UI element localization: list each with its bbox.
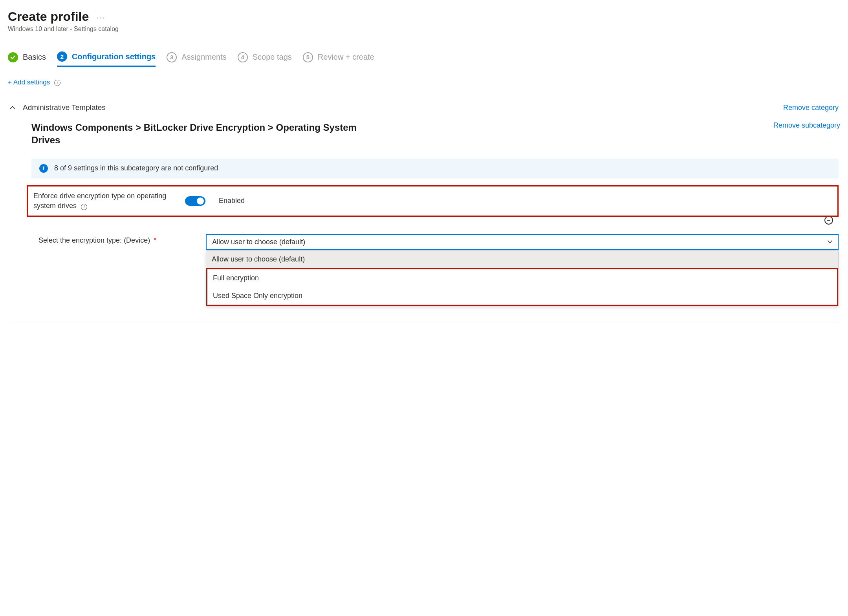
wizard-step-label: Review + create [318, 53, 374, 62]
select-value: Allow user to choose (default) [212, 238, 305, 246]
wizard-step-label: Basics [23, 53, 46, 62]
step-number-icon: 4 [238, 52, 248, 62]
info-icon[interactable]: i [54, 80, 60, 86]
page-subtitle: Windows 10 and later - Settings catalog [8, 26, 840, 33]
dropdown-option-full-encryption[interactable]: Full encryption [207, 269, 837, 287]
divider [8, 96, 840, 96]
category-name: Administrative Templates [23, 103, 106, 112]
wizard-step-configuration[interactable]: 2 Configuration settings [57, 51, 156, 67]
checkmark-icon [8, 52, 18, 62]
wizard-step-assignments[interactable]: 3 Assignments [167, 52, 227, 66]
setting-enforce-encryption-type: Enforce drive encryption type on operati… [27, 185, 839, 217]
divider [8, 322, 840, 322]
wizard-step-basics[interactable]: Basics [8, 52, 46, 66]
chevron-up-icon[interactable] [9, 104, 16, 111]
encryption-type-dropdown: Allow user to choose (default) Full encr… [206, 250, 839, 306]
step-number-icon: 2 [57, 51, 67, 62]
more-icon[interactable]: ··· [97, 11, 106, 22]
remove-setting-icon[interactable] [824, 216, 833, 225]
info-banner-text: 8 of 9 settings in this subcategory are … [54, 164, 218, 172]
info-icon[interactable]: i [81, 204, 87, 210]
encryption-type-select[interactable]: Allow user to choose (default) [206, 234, 839, 250]
wizard-step-label: Assignments [181, 53, 227, 62]
wizard-step-review[interactable]: 5 Review + create [303, 52, 374, 66]
remove-subcategory-link[interactable]: Remove subcategory [773, 121, 840, 130]
wizard-step-scope-tags[interactable]: 4 Scope tags [238, 52, 292, 66]
select-encryption-type-label: Select the encryption type: (Device) [38, 236, 150, 244]
wizard-step-label: Scope tags [253, 53, 292, 62]
dropdown-option-used-space-only[interactable]: Used Space Only encryption [207, 287, 837, 305]
step-number-icon: 3 [167, 52, 177, 62]
setting-toggle[interactable] [185, 196, 205, 206]
page-title: Create profile [8, 9, 89, 24]
step-number-icon: 5 [303, 52, 313, 62]
info-banner: i 8 of 9 settings in this subcategory ar… [31, 159, 839, 178]
setting-label: Enforce drive encryption type on operati… [33, 192, 166, 210]
subcategory-path: Windows Components > BitLocker Drive Enc… [31, 121, 377, 147]
info-icon: i [39, 164, 48, 173]
dropdown-option-allow-user[interactable]: Allow user to choose (default) [206, 250, 838, 268]
wizard-step-label: Configuration settings [72, 52, 156, 61]
remove-category-link[interactable]: Remove category [783, 104, 839, 112]
add-settings-link[interactable]: + Add settings [8, 79, 50, 86]
wizard-tabs: Basics 2 Configuration settings 3 Assign… [8, 51, 840, 67]
required-indicator: * [154, 236, 156, 244]
toggle-state-label: Enabled [219, 197, 245, 205]
toggle-knob [197, 197, 204, 205]
